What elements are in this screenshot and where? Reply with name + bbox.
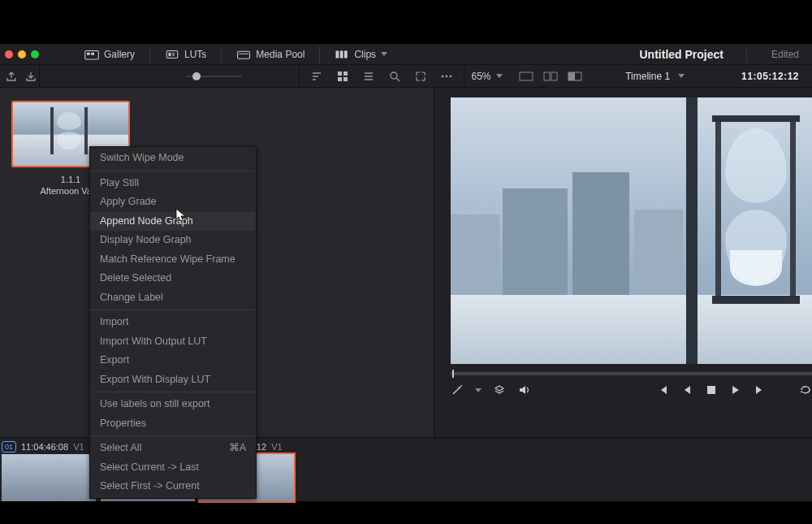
- ctx-select-first-to-current[interactable]: Select First -> Current: [90, 477, 256, 496]
- chevron-down-icon[interactable]: [678, 74, 685, 78]
- step-back-button[interactable]: [680, 383, 693, 396]
- clip-thumb-1[interactable]: [2, 454, 96, 501]
- go-end-button[interactable]: [754, 383, 767, 396]
- clip-header-1[interactable]: 01 11:04:46:08 V1: [2, 438, 97, 453]
- clips-dropdown[interactable]: Clips: [335, 49, 387, 60]
- viewer-scrubber[interactable]: [451, 372, 812, 375]
- ctx-match-reference-wipe-frame[interactable]: Match Reference Wipe Frame: [90, 250, 256, 270]
- tray-in-icon: [24, 70, 37, 83]
- display-split-button[interactable]: [542, 67, 559, 85]
- svg-rect-5: [172, 52, 175, 56]
- ctx-use-labels-on-still-export[interactable]: Use labels on still export: [90, 395, 256, 414]
- layers-button[interactable]: [493, 383, 506, 396]
- close-icon[interactable]: [5, 50, 13, 58]
- gallery-panel: 1.1.1 Afternoon Vans Switch Wipe Mode Pl…: [0, 88, 434, 437]
- ctx-select-all-shortcut: ⌘A: [229, 441, 246, 456]
- go-start-button[interactable]: [656, 383, 669, 396]
- ctx-select-current-to-last[interactable]: Select Current -> Last: [90, 458, 256, 478]
- ctx-import[interactable]: Import: [90, 313, 256, 332]
- play-reverse-icon: [682, 384, 692, 396]
- search-button[interactable]: [386, 67, 404, 85]
- ctx-import-with-output-lut[interactable]: Import With Output LUT: [90, 332, 256, 352]
- clips-icon: [335, 49, 349, 60]
- ctx-properties[interactable]: Properties: [90, 414, 256, 434]
- svg-rect-2: [91, 52, 94, 54]
- svg-point-16: [446, 75, 448, 77]
- clips-label: Clips: [354, 49, 376, 60]
- sub-toolbar: 65% Timeline 1 11:05:12:12: [0, 65, 812, 88]
- luts-toggle[interactable]: LUTs: [165, 49, 206, 60]
- svg-rect-13: [343, 77, 348, 81]
- media-pool-toggle[interactable]: Media Pool: [236, 49, 304, 60]
- ctx-export[interactable]: Export: [90, 351, 256, 370]
- ctx-play-still[interactable]: Play Still: [90, 174, 256, 193]
- svg-rect-11: [343, 71, 348, 76]
- expand-button[interactable]: [412, 67, 430, 85]
- svg-rect-1: [87, 52, 90, 54]
- thumbnail-size-slider[interactable]: [40, 76, 299, 77]
- svg-rect-24: [707, 386, 715, 394]
- view-grid-button[interactable]: [334, 67, 352, 85]
- single-view-icon: [519, 71, 533, 81]
- still-grab-button[interactable]: [3, 67, 19, 85]
- sort-button[interactable]: [308, 67, 326, 85]
- ctx-apply-grade[interactable]: Apply Grade: [90, 193, 256, 212]
- ctx-display-node-graph[interactable]: Display Node Graph: [90, 231, 256, 250]
- still-import-button[interactable]: [23, 67, 39, 85]
- ctx-delete-selected[interactable]: Delete Selected: [90, 269, 256, 288]
- svg-rect-22: [568, 72, 575, 80]
- chevron-down-icon[interactable]: [475, 388, 482, 392]
- chevron-down-icon: [381, 52, 387, 56]
- timeline-name[interactable]: Timeline 1: [625, 71, 670, 82]
- highlight-icon: [568, 71, 582, 81]
- more-button[interactable]: [438, 67, 456, 85]
- viewer-panel: [434, 88, 812, 437]
- top-toolbar: Gallery LUTs Media Pool Clips Untitled P…: [0, 44, 812, 65]
- mute-button[interactable]: [517, 383, 530, 396]
- svg-point-15: [442, 75, 444, 77]
- gallery-toggle[interactable]: Gallery: [84, 49, 135, 60]
- play-button[interactable]: [729, 383, 742, 396]
- ctx-switch-wipe-mode[interactable]: Switch Wipe Mode: [90, 149, 256, 168]
- display-highlight-button[interactable]: [566, 67, 584, 85]
- svg-rect-8: [340, 50, 343, 58]
- ctx-change-label[interactable]: Change Label: [90, 288, 256, 308]
- top-letterbox: [0, 0, 812, 44]
- viewer-image[interactable]: [451, 97, 812, 364]
- zoom-value: 65%: [471, 71, 490, 82]
- ctx-export-with-display-lut[interactable]: Export With Display LUT: [90, 370, 256, 390]
- timeline-timecode[interactable]: 11:05:12:12: [741, 71, 799, 82]
- list-icon: [363, 71, 374, 82]
- view-list-button[interactable]: [360, 67, 378, 85]
- svg-rect-18: [520, 72, 533, 80]
- context-menu: Switch Wipe Mode Play Still Apply Grade …: [89, 146, 257, 499]
- svg-point-23: [460, 385, 462, 387]
- viewer-zoom[interactable]: 65%: [464, 71, 508, 82]
- display-single-button[interactable]: [517, 67, 535, 85]
- gallery-label: Gallery: [104, 49, 135, 60]
- loop-icon: [799, 384, 812, 396]
- clip-track: V1: [73, 442, 84, 452]
- grid-icon: [337, 71, 348, 82]
- ctx-append-node-graph[interactable]: Append Node Graph: [90, 212, 256, 232]
- expand-icon: [415, 71, 426, 82]
- cursor-icon: [175, 208, 187, 223]
- search-icon: [389, 71, 400, 82]
- minimize-icon[interactable]: [18, 50, 26, 58]
- window-controls[interactable]: [3, 50, 39, 58]
- ctx-select-all-label: Select All: [100, 441, 141, 456]
- stop-button[interactable]: [705, 383, 718, 396]
- ctx-select-all[interactable]: Select All ⌘A: [90, 439, 256, 458]
- picker-button[interactable]: [451, 383, 464, 396]
- svg-point-14: [391, 72, 397, 79]
- content-area: 1.1.1 Afternoon Vans Switch Wipe Mode Pl…: [0, 88, 812, 437]
- clip-badge: 01: [2, 441, 16, 453]
- luts-label: LUTs: [184, 49, 206, 60]
- play-icon: [731, 384, 741, 396]
- gallery-icon: [84, 49, 99, 60]
- skip-end-icon: [754, 384, 766, 396]
- loop-button[interactable]: [799, 383, 812, 396]
- layers-icon: [494, 384, 505, 396]
- maximize-icon[interactable]: [31, 50, 39, 58]
- clip-track: V1: [271, 442, 282, 452]
